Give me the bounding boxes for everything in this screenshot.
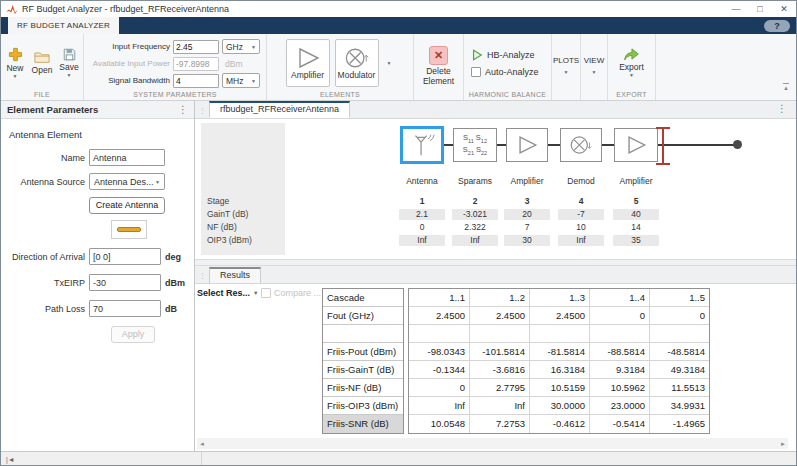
elements-section-label: ELEMENTS	[267, 91, 413, 100]
antenna-source-select[interactable]: Antenna Des... ▼	[89, 173, 165, 190]
title-bar: RF Budget Analyzer - rfbudget_RFReceiver…	[1, 1, 796, 17]
stage-oip3-value: Inf	[452, 235, 498, 246]
tab-rf-budget-analyzer[interactable]: RF BUDGET ANALYZER	[8, 17, 119, 34]
export-label: Export	[619, 62, 644, 72]
result-cell: 34.9931	[649, 397, 709, 415]
block-amplifier-1[interactable]	[506, 128, 548, 162]
new-button[interactable]: New ▼	[2, 47, 28, 79]
compare-checkbox[interactable]: Compare ...	[261, 288, 321, 298]
new-dropdown-icon[interactable]: ▼	[13, 74, 18, 79]
block-demod[interactable]	[560, 128, 602, 162]
row-header-friis-oip3[interactable]: Friis-OIP3 (dBm)	[323, 397, 403, 415]
output-probe-marker[interactable]	[656, 127, 670, 165]
compare-label: Compare ...	[274, 288, 321, 298]
block-sparams[interactable]: S11 S12 S21 S22	[453, 128, 497, 162]
gaint-label: GainT (dB)	[207, 208, 252, 221]
oip3-label: OIP3 (dBm)	[207, 234, 252, 247]
result-cell: 2.4500	[469, 307, 529, 325]
export-arrow-icon	[623, 47, 640, 61]
row-header-friis-nf[interactable]: Friis-NF (dB)	[323, 379, 403, 397]
open-folder-icon	[34, 50, 50, 64]
row-header-fout[interactable]: Fout (GHz)	[323, 307, 403, 325]
frequency-unit-dropdown-icon: ▼	[251, 45, 256, 50]
add-modulator-button[interactable]: Modulator	[335, 39, 379, 87]
results-tab[interactable]: Results	[209, 267, 261, 283]
delete-element-button[interactable]: ✕ Delete Element	[416, 46, 462, 87]
select-results-dropdown[interactable]: Select Res... ▼	[197, 288, 258, 298]
result-cell: 9.3184	[589, 361, 649, 379]
minimize-icon[interactable]: —	[724, 1, 748, 17]
stage-gaint-value: 2.1	[399, 209, 445, 220]
s-sub: 21	[468, 150, 474, 156]
direction-of-arrival-unit: deg	[165, 252, 181, 262]
apply-button[interactable]: Apply	[111, 326, 155, 343]
status-anchor-icon[interactable]: |◄	[6, 456, 15, 463]
results-row-header-column: Cascade Fout (GHz) Friis-Pout (dBm) Frii…	[322, 288, 404, 434]
collapse-toolstrip-icon[interactable]: ▲	[783, 83, 789, 91]
results-corner-cell[interactable]: Cascade	[323, 289, 403, 307]
block-antenna[interactable]	[400, 126, 444, 164]
input-frequency-field[interactable]: 2.45	[173, 40, 219, 54]
maximize-icon[interactable]: □	[748, 1, 772, 17]
section-harmonic-balance: HB-Analyze Auto-Analyze HARMONIC BALANCE	[464, 34, 552, 100]
document-kebab-icon[interactable]: ⋮	[777, 104, 787, 114]
stage-nf-value: 2.322	[449, 221, 501, 234]
close-icon[interactable]: ✕	[772, 1, 796, 17]
sparams-matrix: S11 S12 S21 S22	[463, 133, 487, 157]
name-field[interactable]: Antenna	[89, 149, 165, 166]
stage-nf-value: 0	[396, 221, 448, 234]
panel-kebab-icon[interactable]: ⋮	[178, 105, 188, 115]
path-loss-field[interactable]: 70	[89, 300, 161, 317]
direction-of-arrival-field[interactable]: [0 0]	[89, 248, 161, 265]
open-button[interactable]: Open	[29, 50, 55, 75]
signal-bandwidth-field[interactable]: 4	[173, 74, 219, 88]
result-cell: Inf	[469, 397, 529, 415]
save-floppy-icon	[63, 48, 76, 61]
delete-section-label	[414, 98, 463, 100]
toolstrip-filler	[656, 34, 796, 100]
view-button[interactable]: VIEW ▼	[581, 34, 607, 100]
column-header[interactable]: 1..4	[589, 289, 649, 307]
row-header-friis-pout[interactable]: Friis-Pout (dBm)	[323, 343, 403, 361]
antenna-preview-button[interactable]	[111, 220, 147, 239]
row-header-blank[interactable]	[323, 325, 403, 343]
input-frequency-unit: GHz	[226, 42, 243, 52]
export-button[interactable]: Export ▼	[612, 47, 652, 78]
block-amplifier-2[interactable]	[614, 128, 658, 162]
create-antenna-button[interactable]: Create Antenna	[89, 197, 165, 214]
results-horizontal-scrollbar[interactable]: ◄ ►	[197, 438, 788, 449]
column-header[interactable]: 1..3	[529, 289, 589, 307]
save-dropdown-icon[interactable]: ▼	[67, 73, 72, 78]
add-amplifier-button[interactable]: Amplifier	[286, 39, 330, 87]
row-header-friis-snr[interactable]: Friis-SNR (dB)	[323, 415, 403, 433]
document-tab[interactable]: rfbudget_RFReceiverAntenna	[209, 101, 350, 118]
result-cell: 10.0548	[409, 415, 469, 433]
column-header[interactable]: 1..1	[409, 289, 469, 307]
amplifier-icon	[623, 134, 649, 156]
plots-button[interactable]: PLOTS ▼	[552, 34, 580, 100]
save-button[interactable]: Save ▼	[56, 48, 82, 78]
antenna-source-label: Antenna Source	[1, 177, 85, 187]
window-title: RF Budget Analyzer - rfbudget_RFReceiver…	[22, 4, 724, 14]
ribbon-tab-band: RF BUDGET ANALYZER ?	[1, 17, 796, 34]
hb-analyze-button[interactable]: HB-Analyze	[471, 49, 551, 61]
section-system-parameters: Input Frequency 2.45 GHz ▼ Available Inp…	[84, 34, 267, 100]
txeirp-field[interactable]: -30	[89, 274, 161, 291]
result-cell: 10.5159	[529, 379, 589, 397]
row-header-friis-gaint[interactable]: Friis-GainT (dB)	[323, 361, 403, 379]
input-frequency-unit-select[interactable]: GHz ▼	[222, 39, 260, 54]
elements-gallery-dropdown[interactable]: ▼	[384, 39, 395, 87]
scroll-right-icon[interactable]: ►	[780, 441, 786, 447]
results-splitter[interactable]	[195, 259, 796, 266]
signal-bandwidth-row: Signal Bandwidth 4 MHz ▼	[84, 73, 261, 88]
column-header[interactable]: 1..5	[649, 289, 709, 307]
panel-title: Element Parameters	[7, 104, 178, 115]
main-area: Element Parameters ⋮ Antenna Element Nam…	[1, 101, 796, 451]
signal-bandwidth-unit-select[interactable]: MHz ▼	[222, 73, 260, 88]
column-header[interactable]: 1..2	[469, 289, 529, 307]
scroll-left-icon[interactable]: ◄	[199, 441, 205, 447]
compare-checkbox-icon	[261, 288, 271, 298]
help-button[interactable]: ?	[764, 20, 790, 32]
auto-analyze-checkbox[interactable]: Auto-Analyze	[471, 67, 551, 77]
amplifier-label: Amplifier	[291, 70, 324, 80]
